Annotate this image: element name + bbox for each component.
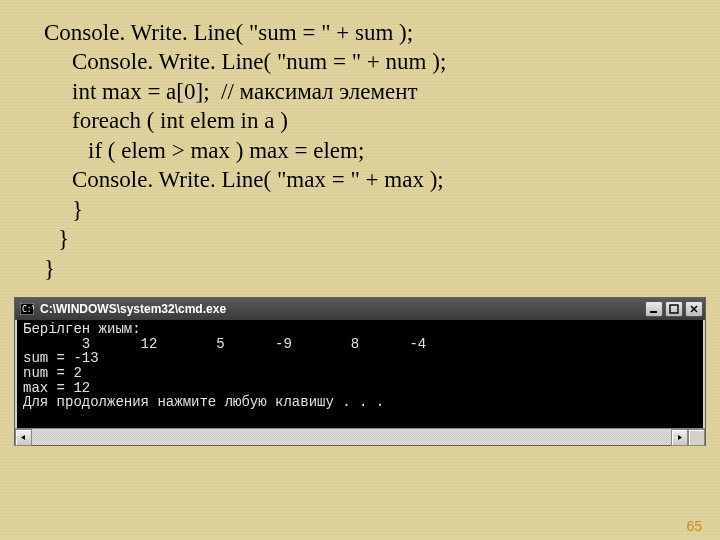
cmd-window: C:\ C:\WINDOWS\system32\cmd.exe (14, 297, 706, 446)
code-line: int max = a[0]; // максимал элемент (44, 77, 690, 106)
page-number: 65 (686, 518, 702, 534)
scrollbar-track[interactable] (32, 429, 671, 445)
output-line: sum = -13 (23, 350, 99, 366)
maximize-button[interactable] (665, 301, 683, 317)
svg-rect-3 (670, 305, 678, 313)
svg-text:C:\: C:\ (22, 305, 34, 314)
code-block: Console. Write. Line( "sum = " + sum ); … (0, 0, 720, 293)
scroll-right-icon (676, 434, 683, 441)
code-brace: } (44, 254, 690, 283)
titlebar[interactable]: C:\ C:\WINDOWS\system32\cmd.exe (15, 298, 705, 320)
close-icon (689, 304, 699, 314)
scroll-left-button[interactable] (15, 429, 32, 446)
scrollbar-corner (688, 429, 705, 446)
svg-marker-6 (21, 435, 25, 440)
window-controls (645, 301, 703, 317)
svg-marker-7 (678, 435, 682, 440)
code-brace: } (44, 195, 690, 224)
terminal-output: Берілген жиым: 3 12 5 -9 8 -4 sum = -13 … (15, 320, 705, 428)
minimize-button[interactable] (645, 301, 663, 317)
cmd-app-icon: C:\ (19, 302, 35, 316)
output-line: 3 12 5 -9 8 -4 (23, 336, 426, 352)
scroll-right-button[interactable] (671, 429, 688, 446)
close-button[interactable] (685, 301, 703, 317)
code-line: Console. Write. Line( "num = " + num ); (44, 47, 690, 76)
scroll-left-icon (20, 434, 27, 441)
output-line: max = 12 (23, 380, 90, 396)
code-line: Console. Write. Line( "max = " + max ); (44, 165, 690, 194)
code-brace: } (44, 224, 690, 253)
maximize-icon (669, 304, 679, 314)
minimize-icon (649, 304, 659, 314)
code-line: if ( elem > max ) max = elem; (44, 136, 690, 165)
output-line: Для продолжения нажмите любую клавишу . … (23, 394, 384, 410)
horizontal-scrollbar[interactable] (15, 428, 705, 445)
output-line: Берілген жиым: (23, 321, 141, 337)
output-line: num = 2 (23, 365, 82, 381)
code-line: Console. Write. Line( "sum = " + sum ); (44, 18, 690, 47)
code-line: foreach ( int elem in a ) (44, 106, 690, 135)
window-title: C:\WINDOWS\system32\cmd.exe (40, 302, 645, 316)
svg-rect-2 (650, 311, 657, 313)
